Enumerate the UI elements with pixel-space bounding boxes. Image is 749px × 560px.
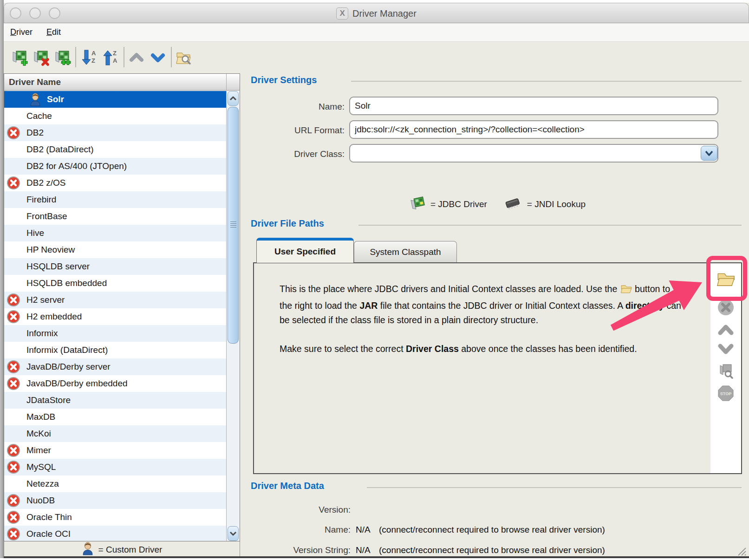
scrollbar-thumb[interactable] [228, 107, 239, 344]
find-driver-icon [175, 48, 193, 67]
driver-name-label: Cache [26, 111, 52, 121]
remove-driver-button[interactable] [32, 47, 50, 68]
list-item[interactable]: H2 server [4, 292, 226, 308]
scroll-down-button[interactable] [228, 526, 239, 541]
tab-user-specified[interactable]: User Specified [256, 238, 354, 263]
error-icon [7, 293, 20, 307]
move-up-icon [128, 49, 145, 66]
list-item[interactable]: HSQLDB server [4, 258, 226, 275]
driver-settings-title: Driver Settings [251, 75, 317, 85]
driver-name-label: FrontBase [26, 211, 67, 221]
list-item[interactable]: HP Neoview [4, 241, 226, 258]
list-item[interactable]: McKoi [4, 425, 226, 442]
driver-name-label: DB2 z/OS [26, 178, 65, 188]
section-divider [351, 81, 742, 82]
stop-sign-icon: STOP [716, 384, 735, 403]
scroll-up-button[interactable] [228, 91, 239, 106]
toolbar: A Z Z A [4, 42, 749, 73]
create-driver-button[interactable] [10, 47, 29, 68]
driver-list-column-header[interactable]: Driver Name [4, 74, 240, 91]
error-icon [7, 310, 20, 324]
list-item[interactable]: Oracle OCI [4, 526, 226, 541]
driver-name-label: McKoi [26, 429, 51, 439]
driver-class-combo[interactable] [349, 144, 718, 163]
find-driver-class-button[interactable] [716, 361, 736, 381]
move-down-button[interactable] [149, 47, 167, 68]
error-icon [7, 377, 20, 391]
driver-name-label: NuoDB [26, 495, 55, 506]
app-window-icon: X [336, 7, 348, 20]
url-format-input[interactable] [349, 120, 718, 139]
error-icon [7, 494, 20, 508]
list-item[interactable]: Informix [4, 325, 226, 342]
driver-name-label: Solr [47, 94, 64, 104]
toolbar-separator [171, 47, 172, 67]
name-label: Name: [246, 102, 345, 112]
row-icon-slot [4, 527, 23, 541]
list-item[interactable]: Firebird [4, 191, 226, 208]
list-item[interactable]: Solr [4, 91, 226, 108]
tab-system-classpath[interactable]: System Classpath [354, 241, 457, 263]
driver-class-dropdown-button[interactable] [701, 146, 717, 161]
list-item[interactable]: Netezza [4, 475, 226, 492]
custom-driver-icon [29, 92, 41, 106]
driver-class-label: Driver Class: [246, 149, 345, 159]
driver-name-label: Informix (DataDirect) [26, 345, 108, 355]
list-item[interactable]: MaxDB [4, 409, 226, 425]
list-item[interactable]: Informix (DataDirect) [4, 342, 226, 358]
list-item[interactable]: H2 embedded [4, 308, 226, 325]
error-icon [7, 527, 20, 541]
move-down-icon [149, 49, 167, 66]
row-icon-slot [4, 293, 23, 307]
driver-file-paths-title: Driver File Paths [251, 218, 324, 229]
create-driver-icon [11, 49, 28, 66]
list-item[interactable]: DB2 [4, 124, 226, 141]
stop-scan-button[interactable]: STOP [716, 383, 736, 404]
list-item[interactable]: DB2 (DataDirect) [4, 141, 226, 158]
chevron-down-icon [229, 531, 237, 536]
remove-circle-icon [716, 298, 735, 317]
driver-list-scrollbar[interactable] [226, 91, 240, 541]
list-item[interactable]: DB2 for AS/400 (JTOpen) [4, 158, 226, 175]
driver-name-label: HP Neoview [26, 245, 75, 255]
move-up-button[interactable] [127, 47, 146, 68]
driver-name-input[interactable] [349, 97, 718, 115]
title-bar[interactable]: X Driver Manager [4, 3, 749, 23]
list-item[interactable]: JavaDB/Derby server [4, 358, 226, 375]
menu-bar: Driver Edit [4, 23, 749, 42]
sort-descending-button[interactable]: Z A [101, 47, 120, 68]
thumb-grip [230, 221, 236, 229]
list-item[interactable]: DB2 z/OS [4, 175, 226, 191]
list-item[interactable]: JDataStore [4, 392, 226, 409]
list-item[interactable]: Cache [4, 108, 226, 124]
svg-text:Z: Z [91, 57, 95, 64]
jndi-legend-label: = JNDI Lookup [527, 199, 586, 209]
row-icon-slot [4, 460, 23, 474]
menu-driver[interactable]: Driver [10, 27, 33, 37]
list-item[interactable]: NuoDB [4, 492, 226, 509]
driver-name-label: Firebird [26, 195, 56, 205]
list-item[interactable]: Hive [4, 225, 226, 241]
list-item[interactable]: Oracle Thin [4, 509, 226, 526]
sort-ascending-button[interactable]: A Z [80, 47, 98, 68]
move-path-down-button[interactable] [716, 339, 736, 360]
list-item[interactable]: Mimer [4, 442, 226, 459]
window-title-area: X Driver Manager [4, 3, 749, 24]
driver-name-label: Oracle Thin [26, 512, 72, 522]
driver-name-label: Oracle OCI [26, 529, 71, 539]
menu-edit[interactable]: Edit [46, 27, 61, 37]
custom-driver-icon [82, 541, 94, 558]
find-driver-button[interactable] [175, 47, 193, 68]
window-title: Driver Manager [352, 8, 417, 19]
list-item[interactable]: JavaDB/Derby embedded [4, 375, 226, 392]
chevron-up-icon [229, 96, 237, 101]
list-item[interactable]: MySQL [4, 459, 226, 475]
list-item[interactable]: HSQLDB embedded [4, 275, 226, 292]
window-resize-grip[interactable] [736, 545, 747, 556]
list-item[interactable]: FrontBase [4, 208, 226, 225]
driver-name-label: Netezza [26, 479, 59, 489]
error-icon [7, 443, 20, 457]
copy-driver-button[interactable] [53, 47, 72, 68]
move-path-up-button[interactable] [716, 319, 736, 339]
custom-driver-legend-label: = Custom Driver [98, 545, 163, 555]
